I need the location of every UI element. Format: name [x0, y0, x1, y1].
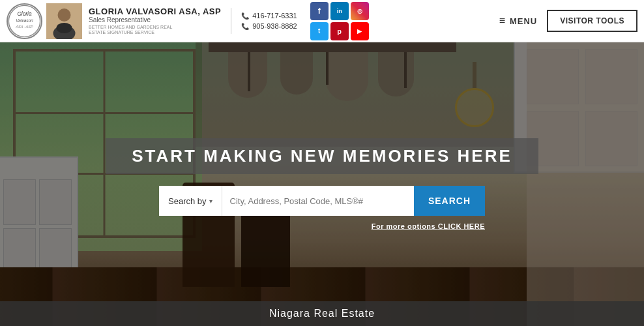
hamburger-icon: ≡: [499, 15, 506, 27]
chevron-down-icon: ▾: [209, 198, 212, 205]
youtube-icon[interactable]: ▶: [351, 22, 369, 40]
svg-text:ASA · ASP: ASA · ASP: [15, 25, 33, 29]
contact-info: 📞 416-717-6331 📞 905-938-8882: [241, 12, 297, 30]
pinterest-icon[interactable]: p: [330, 22, 349, 40]
visitor-tools-button[interactable]: VISITOR TOOLS: [547, 10, 637, 32]
svg-point-5: [58, 8, 71, 22]
search-bar: Search by ▾ SEARCH: [159, 186, 485, 216]
linkedin-icon[interactable]: in: [330, 2, 349, 20]
search-input[interactable]: [222, 186, 414, 216]
hero-section: START MAKING NEW MEMORIES HERE Search by…: [0, 42, 644, 326]
phone-icon-2: 📞: [241, 23, 249, 30]
menu-button[interactable]: ≡ MENU: [499, 15, 538, 27]
twitter-icon[interactable]: t: [310, 22, 329, 40]
bottom-bar: Niagara Real Estate: [0, 301, 644, 326]
bottom-bar-text: Niagara Real Estate: [269, 308, 375, 319]
instagram-icon[interactable]: ◎: [351, 2, 369, 20]
search-by-label: Search by: [168, 196, 207, 206]
divider: [231, 8, 231, 34]
hero-title: START MAKING NEW MEMORIES HERE: [132, 146, 512, 166]
phone1-row: 📞 416-717-6331: [241, 12, 297, 20]
brand-text: BETTER HOMES AND GARDENS REAL ESTATE SIG…: [89, 25, 173, 36]
phone1: 416-717-6331: [252, 12, 297, 20]
search-button[interactable]: SEARCH: [414, 186, 485, 216]
facebook-icon[interactable]: f: [310, 2, 329, 20]
agent-title: Sales Representative: [89, 16, 221, 23]
header: Gloria Valvasori ASA · ASP GLORIA VALVAS…: [0, 0, 644, 42]
hero-content: START MAKING NEW MEMORIES HERE Search by…: [0, 42, 644, 326]
agent-name: GLORIA VALVASORI ASA, ASP: [89, 7, 221, 16]
svg-text:Gloria: Gloria: [17, 10, 32, 16]
logo-area: Gloria Valvasori ASA · ASP: [7, 3, 42, 39]
agent-photo: [46, 3, 82, 39]
social-icons: f in ◎ t p ▶: [310, 2, 369, 40]
phone2: 905-938-8882: [252, 22, 297, 30]
header-right: ≡ MENU VISITOR TOOLS: [499, 10, 637, 32]
agent-info: GLORIA VALVASORI ASA, ASP Sales Represen…: [89, 7, 221, 36]
phone2-row: 📞 905-938-8882: [241, 22, 297, 30]
more-options-prefix: For more options: [372, 222, 438, 230]
phone-icon-1: 📞: [241, 12, 249, 20]
more-options-link[interactable]: CLICK HERE: [438, 222, 485, 230]
svg-text:Valvasori: Valvasori: [16, 18, 33, 22]
more-options: For more options CLICK HERE: [159, 222, 485, 230]
menu-label: MENU: [510, 16, 537, 26]
svg-point-7: [57, 23, 72, 33]
hero-title-bar: START MAKING NEW MEMORIES HERE: [106, 138, 538, 174]
logo-circle: Gloria Valvasori ASA · ASP: [7, 3, 42, 39]
search-by-dropdown[interactable]: Search by ▾: [159, 186, 222, 216]
